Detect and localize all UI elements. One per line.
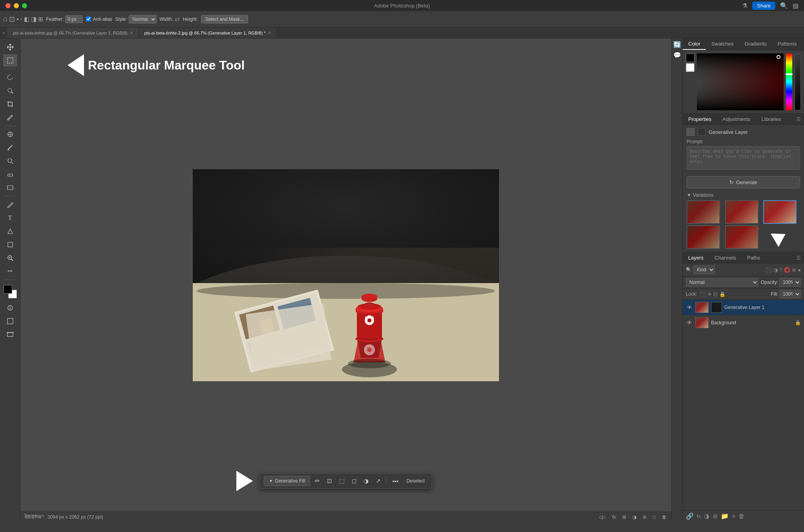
marquee-tool-options[interactable]: ⊡ (9, 15, 15, 24)
shape-tool[interactable] (3, 238, 17, 251)
pen-tool[interactable] (3, 198, 17, 211)
mask-bottom-icon[interactable]: ◑ (704, 512, 709, 520)
maximize-button[interactable] (22, 3, 27, 8)
lock-artboards-icon[interactable]: ⊡ (713, 291, 718, 297)
shape-filter-icon[interactable]: ⭕ (784, 267, 790, 273)
scroll-nav-icon[interactable]: ◁▷ (599, 514, 606, 520)
gradient-tool[interactable] (3, 181, 17, 194)
blend-mode-select[interactable]: Normal (686, 278, 758, 287)
patterns-tab[interactable]: Patterns (772, 38, 802, 50)
layer-visibility-eye-2[interactable]: 👁 (686, 319, 693, 326)
change-screen-mode[interactable] (3, 315, 17, 327)
deselect-button[interactable]: Deselect (403, 477, 428, 485)
opacity-select[interactable]: 100% (779, 278, 801, 287)
adjustment-filter-icon[interactable]: ◑ (773, 267, 778, 273)
eraser-tool[interactable] (3, 168, 17, 181)
prompt-textarea[interactable] (687, 146, 800, 170)
tabs-scroll-left[interactable]: » (0, 27, 7, 38)
share-button[interactable]: Share (752, 2, 775, 10)
swatches-tab[interactable]: Swatches (706, 38, 739, 50)
tool-option-4[interactable]: ◨ (31, 16, 37, 23)
filter-toggle[interactable]: ● (798, 267, 801, 273)
new-layer-icon[interactable]: + (732, 513, 735, 520)
foreground-swatch[interactable] (686, 53, 694, 62)
link-icon[interactable]: 🔗 (686, 512, 694, 520)
fg-bg-colors[interactable] (4, 285, 17, 298)
tab-2[interactable]: pts-ai-beta-tinhte-2.jpg @ 66.7% (Genera… (139, 27, 277, 38)
anti-alias-checkbox[interactable] (86, 16, 91, 22)
marquee-icon-btn[interactable]: ⊡ (325, 476, 334, 486)
fx-bottom-icon[interactable]: fx (697, 513, 701, 519)
canvas-workspace[interactable]: Rectangular Marquee Tool (20, 38, 671, 512)
opacity-slider[interactable] (795, 53, 801, 110)
color-panel-menu[interactable]: ☰ (802, 42, 804, 47)
layers-tab[interactable]: Layers (683, 252, 709, 263)
panels-icon[interactable]: ▤ (793, 2, 799, 9)
search-icon[interactable]: 🔍 (780, 2, 788, 9)
adj-icon-status[interactable]: ⊛ (643, 514, 647, 520)
text-tool[interactable]: T (3, 212, 17, 224)
folder-bottom-icon[interactable]: 📁 (721, 512, 729, 520)
variation-5[interactable] (725, 225, 758, 249)
crop-tool[interactable] (3, 98, 17, 110)
adj-bottom-icon[interactable]: ⊛ (713, 512, 718, 520)
fg-color-swatch[interactable] (4, 285, 12, 294)
variations-header[interactable]: ▼ Variations (687, 192, 800, 198)
mask-icon-btn[interactable]: ◑ (361, 476, 371, 486)
tool-option-3[interactable]: ◧ (24, 16, 29, 23)
gradients-tab[interactable]: Gradients (739, 38, 772, 50)
screen-mode-btn[interactable] (3, 328, 17, 341)
properties-tab[interactable]: Properties (683, 114, 717, 124)
variation-4[interactable] (687, 225, 720, 249)
quick-select-tool[interactable] (3, 84, 17, 97)
type-filter-icon[interactable]: T (779, 267, 782, 273)
canvas-image[interactable] (193, 169, 499, 381)
layer-visibility-eye-1[interactable]: 👁 (686, 304, 693, 311)
fill-icon-btn[interactable]: ◻ (349, 476, 359, 486)
tool-option-5[interactable]: ⊞ (38, 16, 43, 23)
tab-1[interactable]: pts-ai-beta-tinhte.jpg @ 66.7% (Generati… (7, 27, 139, 38)
transform-icon-btn[interactable]: ⬚ (337, 476, 347, 486)
feather-icon-btn[interactable]: ✏ (312, 476, 322, 486)
color-picker-gradient[interactable] (697, 53, 784, 110)
home-icon[interactable]: ⌂ (3, 15, 7, 23)
minimize-button[interactable] (14, 3, 19, 8)
path-select-tool[interactable] (3, 225, 17, 238)
comment-icon[interactable]: 💬 (673, 51, 681, 59)
layer-item-background[interactable]: 👁 Background 🔒 (683, 315, 804, 331)
generative-fill-button[interactable]: ✦ Generative Fill (264, 476, 310, 486)
patch-tool[interactable] (3, 128, 17, 141)
layer-item-generative[interactable]: 👁 Generative Layer 1 (683, 300, 804, 315)
fill-select[interactable]: 100% (779, 290, 801, 298)
lasso-tool[interactable] (3, 71, 17, 84)
canvas-container[interactable] (193, 169, 499, 381)
tab-2-close[interactable]: ✕ (268, 31, 271, 35)
clone-stamp-tool[interactable] (3, 155, 17, 167)
more-tools[interactable]: ••• (3, 265, 17, 278)
trash-icon-status[interactable]: 🗑 (662, 514, 667, 520)
adjustments-tab[interactable]: Adjustments (717, 114, 756, 124)
lock-all-icon[interactable]: 🔒 (719, 291, 725, 297)
quick-mask-tool[interactable] (3, 302, 17, 314)
more-options-btn[interactable]: ••• (390, 476, 401, 486)
fx-icon[interactable]: fx (612, 514, 616, 520)
tool-option-2[interactable]: ▫ (20, 16, 22, 22)
pixel-filter-icon[interactable]: ⬛ (766, 267, 772, 273)
libraries-tab[interactable]: Libraries (756, 114, 787, 124)
paths-tab[interactable]: Paths (742, 252, 766, 263)
generate-button[interactable]: ↻ Generate (687, 176, 800, 188)
channels-tab[interactable]: Channels (709, 252, 742, 263)
delete-layer-icon[interactable]: 🗑 (738, 513, 745, 520)
properties-panel-menu[interactable]: ☰ (793, 117, 804, 122)
background-swatch[interactable] (686, 63, 694, 72)
width-swap-icon[interactable]: ⇄ (175, 15, 180, 23)
select-mask-button[interactable]: Select and Mask... (201, 15, 249, 24)
marquee-tool[interactable] (3, 54, 17, 67)
group-icon-status[interactable]: □ (653, 514, 656, 520)
layer-icon-status[interactable]: ⊞ (622, 514, 626, 520)
color-tab[interactable]: Color (683, 38, 706, 50)
mask-icon-status[interactable]: ◑ (632, 514, 636, 520)
variation-1[interactable] (687, 200, 720, 224)
lock-position-icon[interactable]: ✛ (707, 291, 712, 297)
variation-3[interactable] (763, 200, 797, 224)
